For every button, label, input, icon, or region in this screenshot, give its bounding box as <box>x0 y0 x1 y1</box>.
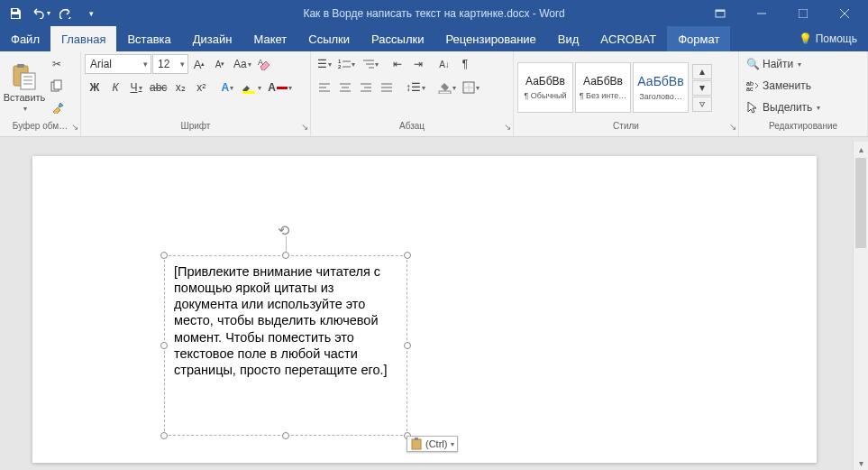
undo-icon[interactable]: ▾ <box>29 3 52 24</box>
scroll-down-icon[interactable]: ▾ <box>854 456 868 470</box>
select-button[interactable]: Выделить▾ <box>743 97 824 117</box>
redo-icon[interactable] <box>54 3 78 24</box>
text-box-content[interactable]: [Привлеките внимание читателя с помощью … <box>165 256 407 385</box>
resize-handle[interactable] <box>282 252 289 259</box>
clear-formatting-button[interactable]: A <box>255 54 275 74</box>
bucket-icon <box>437 81 452 94</box>
align-center-button[interactable] <box>335 78 355 97</box>
tab-format[interactable]: Формат <box>667 26 730 51</box>
resize-handle[interactable] <box>282 432 289 439</box>
grow-font-button[interactable]: A▴ <box>189 54 209 74</box>
line-spacing-button[interactable]: ↕☰▾ <box>403 78 428 97</box>
group-label-font: Шрифт↘ <box>81 121 310 136</box>
decrease-indent-button[interactable]: ⇤ <box>388 54 407 74</box>
tab-review[interactable]: Рецензирование <box>434 26 546 51</box>
tab-insert[interactable]: Вставка <box>116 26 181 51</box>
superscript-button[interactable]: x² <box>191 78 211 97</box>
maximize-icon[interactable] <box>783 3 823 24</box>
dialog-launcher-icon[interactable]: ↘ <box>301 122 308 132</box>
align-right-button[interactable] <box>356 78 376 97</box>
resize-handle[interactable] <box>404 252 411 259</box>
text-box[interactable]: ⟲ [Привлеките внимание читателя с помощь… <box>164 255 407 436</box>
shrink-font-button[interactable]: A▾ <box>210 54 230 74</box>
change-case-button[interactable]: Aa▾ <box>231 54 254 74</box>
resize-handle[interactable] <box>160 432 168 439</box>
page[interactable]: ⟲ [Привлеките внимание читателя с помощь… <box>32 156 817 463</box>
cut-button[interactable]: ✂ <box>47 54 67 74</box>
tab-mailings[interactable]: Рассылки <box>361 26 434 51</box>
subscript-button[interactable]: x₂ <box>170 78 190 97</box>
italic-button[interactable]: К <box>105 78 125 97</box>
replace-button[interactable]: abacЗаменить <box>743 76 824 96</box>
tab-design[interactable]: Дизайн <box>182 26 243 51</box>
increase-indent-button[interactable]: ⇥ <box>408 54 428 74</box>
style-normal[interactable]: АаБбВв¶ Обычный <box>517 62 573 113</box>
copy-button[interactable] <box>47 76 67 96</box>
justify-button[interactable] <box>377 78 397 97</box>
bold-button[interactable]: Ж <box>85 78 105 97</box>
font-color-button[interactable]: A▾ <box>265 78 295 97</box>
group-clipboard: Вставить ▾ ✂ Буфер обм…↘ <box>0 51 81 136</box>
text-effects-button[interactable]: A▾ <box>217 78 237 97</box>
styles-scroll-down[interactable]: ▾ <box>692 80 712 96</box>
minimize-icon[interactable] <box>742 3 781 24</box>
underline-button[interactable]: Ч▾ <box>126 78 146 97</box>
dialog-launcher-icon[interactable]: ↘ <box>71 122 78 132</box>
window-controls <box>700 3 864 24</box>
ribbon-display-icon[interactable] <box>700 3 740 24</box>
outdent-icon: ⇤ <box>393 58 402 70</box>
indent-icon: ⇥ <box>414 58 423 70</box>
styles-expand[interactable]: ▿ <box>692 97 712 112</box>
format-painter-button[interactable] <box>47 97 67 117</box>
group-font: Arial▾ 12▾ A▴ A▾ Aa▾ A Ж К Ч▾ abc x₂ x² … <box>81 51 311 136</box>
scroll-up-icon[interactable]: ▴ <box>854 142 868 156</box>
svg-text:A: A <box>258 58 263 67</box>
scroll-thumb[interactable] <box>855 158 866 248</box>
svg-text:2: 2 <box>338 64 342 69</box>
svg-rect-13 <box>54 80 61 89</box>
qat-customize-icon[interactable]: ▾ <box>79 3 103 24</box>
font-size-combo[interactable]: 12▾ <box>152 54 188 74</box>
rotate-handle-icon[interactable]: ⟲ <box>278 222 289 239</box>
find-button[interactable]: 🔍Найти▾ <box>743 54 824 74</box>
numbering-icon: 12 <box>338 59 351 69</box>
help-search[interactable]: 💡 Помощь <box>788 26 868 51</box>
dialog-launcher-icon[interactable]: ↘ <box>729 122 736 132</box>
font-name-combo[interactable]: Arial▾ <box>85 54 151 74</box>
strikethrough-button[interactable]: abc <box>147 78 169 97</box>
show-marks-button[interactable]: ¶ <box>455 54 475 74</box>
resize-handle[interactable] <box>404 342 411 349</box>
lightbulb-icon: 💡 <box>799 32 812 45</box>
style-no-spacing[interactable]: АаБбВв¶ Без инте… <box>575 62 631 113</box>
sort-button[interactable]: A↓ <box>434 54 454 74</box>
resize-handle[interactable] <box>160 342 168 349</box>
tab-references[interactable]: Ссылки <box>297 26 361 51</box>
copy-icon <box>50 79 63 92</box>
numbering-button[interactable]: 12▾ <box>335 54 358 74</box>
styles-scroll-up[interactable]: ▴ <box>692 64 712 79</box>
save-icon[interactable] <box>4 3 27 24</box>
close-icon[interactable] <box>825 3 864 24</box>
bullets-button[interactable]: ☰▾ <box>315 54 334 74</box>
shading-button[interactable]: ▾ <box>434 78 459 97</box>
tab-acrobat[interactable]: ACROBAT <box>589 26 667 51</box>
tab-home[interactable]: Главная <box>50 26 116 51</box>
resize-handle[interactable] <box>160 252 168 259</box>
multilevel-list-button[interactable]: ▾ <box>359 54 381 74</box>
cut-icon: ✂ <box>52 58 61 70</box>
group-paragraph: ☰▾ 12▾ ▾ ⇤ ⇥ A↓ ¶ ↕☰▾ ▾ ▾ <box>311 51 514 136</box>
dialog-launcher-icon[interactable]: ↘ <box>504 122 511 132</box>
tab-view[interactable]: Вид <box>547 26 590 51</box>
paste-options-button[interactable]: (Ctrl) ▾ <box>407 436 458 452</box>
style-heading1[interactable]: АаБбВвЗаголово… <box>633 62 689 113</box>
tab-layout[interactable]: Макет <box>242 26 297 51</box>
align-left-button[interactable] <box>315 78 334 97</box>
borders-button[interactable]: ▾ <box>460 78 482 97</box>
line-spacing-icon: ↕☰ <box>406 81 421 94</box>
vertical-scrollbar[interactable]: ▴ ▾ <box>853 142 868 470</box>
tab-file[interactable]: Файл <box>0 26 50 51</box>
highlight-button[interactable]: ▾ <box>238 78 264 97</box>
paste-button[interactable]: Вставить ▾ <box>4 54 45 121</box>
clipboard-icon <box>410 438 423 450</box>
search-icon: 🔍 <box>746 58 759 70</box>
